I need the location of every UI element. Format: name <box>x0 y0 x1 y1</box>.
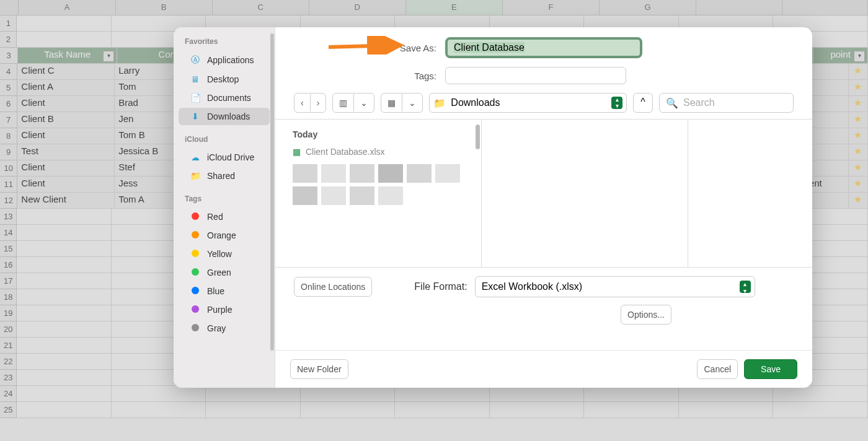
sidebar-item-downloads[interactable]: ⬇Downloads <box>179 108 270 125</box>
apps-icon: Ⓐ <box>190 55 201 66</box>
sidebar-item-label: Green <box>207 268 231 277</box>
sidebar-item-red[interactable]: Red <box>179 208 270 225</box>
dialog-sidebar: Favorites ⒶApplications🖥Desktop📄Document… <box>174 27 275 388</box>
save-button[interactable]: Save <box>744 359 797 379</box>
sidebar-item-green[interactable]: Green <box>179 264 270 281</box>
back-icon[interactable]: ‹ <box>294 94 310 111</box>
obscured-files <box>285 160 471 209</box>
file-name: Client Database.xlsx <box>306 147 385 157</box>
sidebar-item-label: Desktop <box>207 74 239 84</box>
download-icon: ⬇ <box>190 111 201 121</box>
sidebar-item-shared[interactable]: 📁Shared <box>179 167 270 185</box>
sidebar-item-documents[interactable]: 📄Documents <box>179 89 270 107</box>
sidebar-item-yellow[interactable]: Yellow <box>179 245 270 263</box>
view-grid-button[interactable]: ▦ ⌄ <box>381 93 423 113</box>
cloud-icon: ☁ <box>190 152 201 162</box>
cancel-button[interactable]: Cancel <box>697 359 738 379</box>
sidebar-scrollbar[interactable] <box>270 33 274 351</box>
columns-icon: ▥ <box>333 94 353 111</box>
sidebar-item-label: Documents <box>207 93 251 103</box>
tags-label: Tags: <box>294 71 436 81</box>
sidebar-item-blue[interactable]: Blue <box>179 282 270 300</box>
save-dialog: Favorites ⒶApplications🖥Desktop📄Document… <box>174 27 812 388</box>
online-locations-button[interactable]: Online Locations <box>294 277 372 297</box>
file-section-today: Today <box>285 126 471 143</box>
save-as-label: Save As: <box>294 43 436 53</box>
sidebar-item-orange[interactable]: Orange <box>179 227 270 244</box>
updown-icon: ▴▾ <box>740 281 751 293</box>
nav-back-forward[interactable]: ‹ › <box>294 93 326 113</box>
sidebar-item-label: Downloads <box>207 111 250 121</box>
tag-dot-icon <box>192 250 199 257</box>
location-label: Downloads <box>451 97 500 108</box>
file-scrollbar[interactable] <box>476 124 480 149</box>
sidebar-item-applications[interactable]: ⒶApplications <box>179 51 270 69</box>
shared-icon: 📁 <box>190 171 201 181</box>
sidebar-item-label: Blue <box>207 286 224 296</box>
file-preview-column <box>482 120 688 267</box>
location-select[interactable]: 📁 Downloads ▴▾ <box>429 93 627 113</box>
search-input[interactable]: 🔍 Search <box>659 93 794 113</box>
xlsx-icon: ▦ <box>293 147 301 157</box>
file-item[interactable]: ▦ Client Database.xlsx <box>285 143 471 160</box>
updown-icon: ▴▾ <box>611 97 622 109</box>
dialog-footer: New Folder Cancel Save <box>275 350 812 388</box>
collapse-button[interactable]: ^ <box>633 93 653 113</box>
tags-input[interactable] <box>445 67 626 84</box>
sidebar-group-tags: Tags <box>174 191 275 207</box>
tag-dot-icon <box>192 268 199 276</box>
sidebar-item-gray[interactable]: Gray <box>179 320 270 337</box>
options-button[interactable]: Options... <box>621 305 671 325</box>
chevron-down-icon: ⌄ <box>353 94 374 111</box>
desktop-icon: 🖥 <box>190 74 201 84</box>
search-icon: 🔍 <box>666 97 678 109</box>
dialog-toolbar: ‹ › ▥ ⌄ ▦ ⌄ 📁 Downloads ▴▾ ^ 🔍 Search <box>294 93 794 113</box>
grid-icon: ▦ <box>381 94 402 111</box>
new-folder-button[interactable]: New Folder <box>290 359 348 379</box>
file-format-value: Excel Workbook (.xlsx) <box>482 281 582 292</box>
tag-dot-icon <box>192 324 199 331</box>
sidebar-group-favorites: Favorites <box>174 33 275 50</box>
search-placeholder: Search <box>683 97 715 108</box>
sidebar-item-label: Gray <box>207 323 226 333</box>
sidebar-item-purple[interactable]: Purple <box>179 301 270 318</box>
sidebar-item-label: Applications <box>207 55 254 65</box>
file-format-label: File Format: <box>414 281 467 292</box>
file-detail-column <box>688 120 812 267</box>
sidebar-item-label: Orange <box>207 230 236 240</box>
view-columns-button[interactable]: ▥ ⌄ <box>332 93 374 113</box>
tag-dot-icon <box>192 305 199 313</box>
tag-dot-icon <box>192 212 199 220</box>
tag-dot-icon <box>192 231 199 238</box>
sidebar-item-label: iCloud Drive <box>207 152 254 162</box>
forward-icon[interactable]: › <box>310 94 326 111</box>
sidebar-item-label: Yellow <box>207 249 232 259</box>
folder-icon: 📁 <box>433 97 446 109</box>
chevron-down-icon: ⌄ <box>402 94 422 111</box>
tag-dot-icon <box>192 287 199 294</box>
save-as-input[interactable]: Client Database <box>445 37 642 58</box>
sidebar-item-label: Shared <box>207 171 235 181</box>
file-browser: Today ▦ Client Database.xlsx <box>275 119 812 268</box>
sidebar-item-label: Purple <box>207 305 232 315</box>
sidebar-item-icloud-drive[interactable]: ☁iCloud Drive <box>179 149 270 166</box>
sidebar-item-label: Red <box>207 212 223 222</box>
file-column[interactable]: Today ▦ Client Database.xlsx <box>275 120 482 267</box>
doc-icon: 📄 <box>190 93 201 103</box>
file-format-select[interactable]: Excel Workbook (.xlsx) ▴▾ <box>475 276 755 297</box>
sidebar-group-icloud: iCloud <box>174 131 275 147</box>
dialog-main: Save As: Client Database Tags: ‹ › ▥ ⌄ ▦… <box>275 27 812 388</box>
sidebar-item-desktop[interactable]: 🖥Desktop <box>179 71 270 88</box>
